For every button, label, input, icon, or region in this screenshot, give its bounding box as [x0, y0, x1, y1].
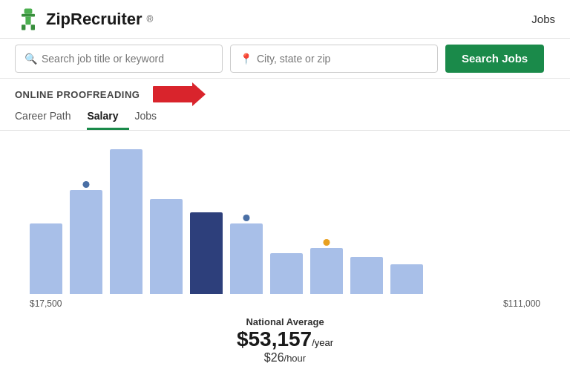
bars-container — [22, 146, 548, 294]
blue-dot-5 — [243, 215, 250, 221]
svg-rect-3 — [22, 24, 25, 30]
tab-jobs[interactable]: Jobs — [135, 105, 168, 130]
salary-stats: National Average $53,157/year $26/hour — [22, 309, 548, 365]
svg-rect-1 — [22, 13, 35, 16]
bar-wrap-0 — [30, 223, 62, 294]
nav-jobs-link[interactable]: Jobs — [531, 13, 555, 25]
bar-5 — [230, 223, 263, 294]
salary-hour: $26/hour — [22, 351, 548, 365]
top-nav: Jobs — [531, 13, 555, 26]
red-arrow-icon — [153, 86, 194, 102]
location-search-input[interactable] — [257, 53, 428, 65]
bar-7 — [310, 248, 343, 294]
logo-reg: ® — [147, 14, 154, 24]
bar-wrap-3 — [150, 199, 183, 294]
bar-9 — [390, 264, 423, 294]
bar-wrap-4 — [190, 212, 223, 294]
search-jobs-button[interactable]: Search Jobs — [445, 45, 544, 73]
bar-wrap-2 — [110, 149, 142, 294]
x-min-label: $17,500 — [30, 298, 62, 309]
bar-6 — [270, 253, 303, 294]
bar-8 — [350, 257, 383, 294]
header: ZipRecruiter® Jobs — [0, 0, 570, 39]
search-icon: 🔍 — [24, 53, 37, 65]
section-title: ONLINE PROOFREADING — [15, 89, 140, 100]
chart-area: $17,500 $111,000 National Average $53,15… — [0, 131, 570, 353]
bar-wrap-7 — [310, 248, 343, 294]
bar-0 — [30, 223, 62, 294]
svg-rect-4 — [31, 24, 35, 30]
logo-icon — [15, 6, 42, 33]
section-title-row: ONLINE PROOFREADING — [0, 79, 570, 105]
tabs-row: Career Path Salary Jobs — [0, 105, 570, 131]
bar-2 — [110, 149, 142, 294]
tab-salary[interactable]: Salary — [87, 105, 128, 130]
x-max-label: $111,000 — [503, 298, 540, 309]
logo-text: ZipRecruiter — [46, 10, 142, 29]
bar-4 — [190, 212, 223, 294]
svg-rect-2 — [25, 16, 30, 24]
svg-rect-0 — [24, 8, 33, 13]
bar-wrap-1 — [70, 190, 102, 294]
location-search-wrap: 📍 — [230, 45, 438, 73]
bar-1 — [70, 190, 102, 294]
bar-wrap-9 — [390, 264, 423, 294]
orange-dot-7 — [324, 239, 330, 246]
location-pin-icon: 📍 — [240, 53, 252, 65]
logo: ZipRecruiter® — [15, 6, 153, 33]
salary-year: $53,157/year — [22, 327, 548, 351]
blue-dot-1 — [83, 181, 90, 188]
x-axis: $17,500 $111,000 — [22, 294, 548, 309]
job-search-input[interactable] — [42, 53, 213, 65]
bar-3 — [150, 199, 183, 294]
nat-avg-label: National Average — [22, 316, 548, 327]
tab-career-path[interactable]: Career Path — [15, 105, 81, 130]
bar-wrap-6 — [270, 253, 303, 294]
job-search-wrap: 🔍 — [15, 45, 223, 73]
bar-wrap-8 — [350, 257, 383, 294]
bar-wrap-5 — [230, 223, 263, 294]
search-bar: 🔍 📍 Search Jobs — [0, 39, 570, 79]
